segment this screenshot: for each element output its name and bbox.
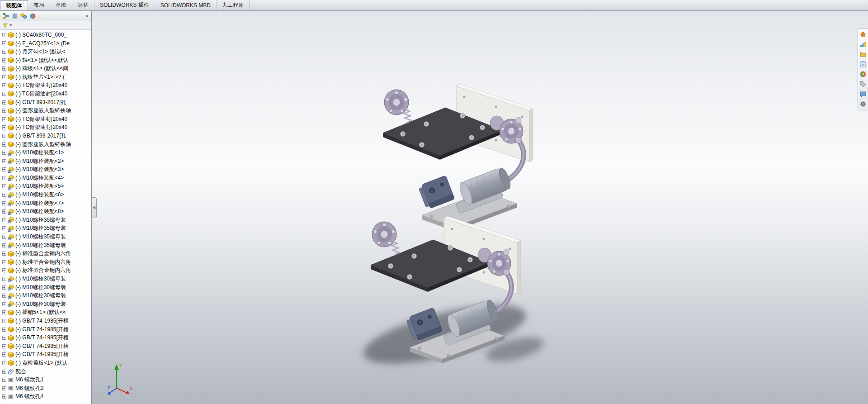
- tree-item[interactable]: +(-) TC骨架油封[20x40: [0, 124, 91, 132]
- expand-icon[interactable]: +: [2, 394, 6, 399]
- tree-item[interactable]: +(-) M10螺栓30螺母装: [0, 300, 91, 309]
- expand-icon[interactable]: +: [2, 218, 6, 222]
- expand-icon[interactable]: +: [2, 226, 6, 230]
- tree-item[interactable]: +(-) M10螺栓35螺母装: [0, 241, 91, 250]
- expand-icon[interactable]: +: [2, 33, 6, 37]
- tree-item[interactable]: +(-) M10螺栓装配<2>: [0, 157, 91, 166]
- expand-icon[interactable]: +: [2, 184, 6, 188]
- command-tab-4[interactable]: SOLIDWORKS 插件: [94, 0, 155, 10]
- expand-icon[interactable]: +: [2, 134, 6, 138]
- expand-icon[interactable]: +: [2, 100, 6, 105]
- tree-item[interactable]: +(-) GB/T 74-1985[开槽: [0, 317, 91, 325]
- tree-item[interactable]: +(-) GB/T 74-1985[开槽: [0, 342, 91, 351]
- expand-icon[interactable]: +: [2, 167, 6, 171]
- tree-item[interactable]: +(-) GB/T 74-1985[开槽: [0, 351, 91, 359]
- expand-icon[interactable]: +: [2, 117, 6, 121]
- tree-item[interactable]: +M6 螺纹孔1: [0, 375, 91, 384]
- tree-item[interactable]: +(-) 圆形座嵌入型铸铁轴: [0, 140, 91, 149]
- tree-item[interactable]: +(-) 圆形座嵌入型铸铁轴: [0, 106, 91, 115]
- tree-item[interactable]: +(-) M10螺栓装配<8>: [0, 207, 91, 216]
- tree-item[interactable]: +(-) GB/T 893-2017[孔: [0, 132, 91, 140]
- configurationmanager-tab[interactable]: [20, 13, 27, 19]
- tree-item[interactable]: +(-) 标准型合金钢内六角: [0, 249, 91, 258]
- expand-icon[interactable]: +: [2, 252, 6, 256]
- panel-overflow-chevron[interactable]: »: [85, 13, 89, 19]
- propertymanager-tab[interactable]: [11, 13, 18, 19]
- tree-item[interactable]: +(-) GB/T 74-1985[开槽: [0, 333, 91, 342]
- command-tab-2[interactable]: 草图: [50, 0, 72, 10]
- displaymanager-tab[interactable]: [29, 13, 36, 19]
- appearances-scenes-button[interactable]: [859, 71, 867, 78]
- panel-collapse-handle[interactable]: [92, 197, 97, 218]
- expand-icon[interactable]: +: [2, 143, 6, 147]
- expand-icon[interactable]: +: [2, 50, 6, 54]
- tree-item[interactable]: +(-) M10螺栓30螺母装: [0, 283, 91, 292]
- expand-icon[interactable]: +: [2, 302, 6, 306]
- custom-properties-button[interactable]: [859, 81, 867, 88]
- tree-item[interactable]: +(-) 轴<1> (默认<<默认: [0, 56, 91, 65]
- command-tab-6[interactable]: 大工程师: [217, 0, 250, 10]
- tree-item[interactable]: +(-) 阀板垫片<1>->? (: [0, 73, 91, 81]
- expand-icon[interactable]: +: [2, 58, 6, 62]
- command-tab-0[interactable]: 装配体: [0, 0, 28, 10]
- expand-icon[interactable]: +: [2, 201, 6, 205]
- tree-item[interactable]: +(-) 插销5<1> (默认<<: [0, 309, 91, 317]
- expand-icon[interactable]: +: [2, 159, 6, 163]
- expand-icon[interactable]: +: [2, 243, 6, 247]
- expand-icon[interactable]: +: [2, 370, 6, 374]
- graphics-viewport[interactable]: [92, 11, 868, 404]
- command-tab-3[interactable]: 评估: [72, 0, 94, 10]
- tree-item[interactable]: +(-) M10螺栓35螺母装: [0, 233, 91, 241]
- expand-icon[interactable]: +: [2, 336, 6, 340]
- command-tab-1[interactable]: 布局: [28, 0, 50, 10]
- task-settings-button[interactable]: [859, 100, 867, 108]
- expand-icon[interactable]: +: [2, 193, 6, 197]
- tree-item[interactable]: +(-) M10螺栓装配<5>: [0, 182, 91, 191]
- view-palette-button[interactable]: [859, 61, 867, 68]
- tree-item[interactable]: +(-) M10螺栓装配<4>: [0, 174, 91, 182]
- tree-item[interactable]: +(-) TC骨架油封[20x40: [0, 115, 91, 124]
- tree-item[interactable]: +(-) M10螺栓装配<6>: [0, 190, 91, 199]
- tree-item[interactable]: +(-) SC40x80TC_000_: [0, 31, 91, 39]
- design-library-button[interactable]: [859, 41, 867, 48]
- tree-item[interactable]: +(-) TC骨架油封[20x40: [0, 90, 91, 98]
- tree-item[interactable]: +(-) M10螺栓装配<3>: [0, 166, 91, 174]
- expand-icon[interactable]: +: [2, 328, 6, 332]
- tree-item[interactable]: +(-) 标准型合金钢内六角: [0, 266, 91, 275]
- tree-item[interactable]: +(-) 标准型合金钢内六角: [0, 258, 91, 266]
- expand-icon[interactable]: +: [2, 125, 6, 129]
- tree-item[interactable]: +M6 螺纹孔2: [0, 384, 91, 393]
- tree-item[interactable]: +(-) GB/T 74-1985[开槽: [0, 325, 91, 334]
- tree-item[interactable]: +(-) 阀板<1> (默认<<阀: [0, 64, 91, 73]
- tree-item[interactable]: +(-) M10螺栓装配<7>: [0, 199, 91, 208]
- tree-item[interactable]: +(-) M10螺栓装配<1>: [0, 148, 91, 157]
- tree-item[interactable]: +(-) F_ACQ25Y<1> (De: [0, 39, 91, 48]
- expand-icon[interactable]: +: [2, 83, 6, 87]
- tree-item[interactable]: +(-) M10螺栓35螺母装: [0, 216, 91, 224]
- solidworks-forum-button[interactable]: [859, 90, 867, 98]
- expand-icon[interactable]: +: [2, 176, 6, 180]
- expand-icon[interactable]: +: [2, 209, 6, 214]
- filter-funnel-icon[interactable]: [2, 23, 8, 29]
- expand-icon[interactable]: +: [2, 310, 6, 314]
- tree-item[interactable]: +M6 螺纹孔4: [0, 393, 91, 401]
- command-tab-5[interactable]: SOLIDWORKS MBD: [155, 0, 217, 10]
- featuremanager-tab[interactable]: [2, 13, 9, 19]
- expand-icon[interactable]: +: [2, 75, 6, 79]
- expand-icon[interactable]: +: [2, 109, 6, 113]
- expand-icon[interactable]: +: [2, 294, 6, 298]
- expand-icon[interactable]: +: [2, 260, 6, 264]
- expand-icon[interactable]: +: [2, 319, 6, 323]
- expand-icon[interactable]: +: [2, 151, 6, 155]
- filter-caret-icon[interactable]: [9, 24, 12, 26]
- tree-item[interactable]: +(-) M10螺栓30螺母装: [0, 275, 91, 283]
- expand-icon[interactable]: +: [2, 92, 6, 96]
- expand-icon[interactable]: +: [2, 285, 6, 290]
- expand-icon[interactable]: +: [2, 386, 6, 390]
- expand-icon[interactable]: +: [2, 352, 6, 356]
- expand-icon[interactable]: +: [2, 41, 6, 45]
- tree-item[interactable]: +(-) GB/T 893-2017[孔: [0, 98, 91, 107]
- expand-icon[interactable]: +: [2, 344, 6, 348]
- expand-icon[interactable]: +: [2, 268, 6, 272]
- expand-icon[interactable]: +: [2, 378, 6, 382]
